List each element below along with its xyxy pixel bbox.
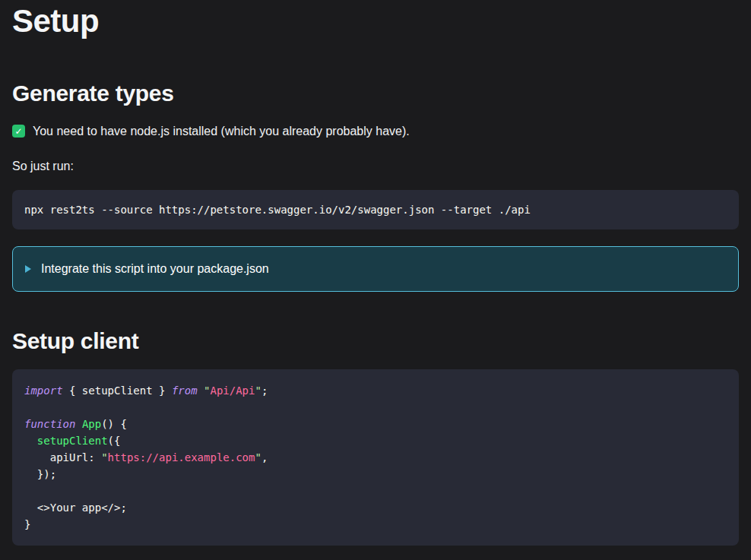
client-setup-code: import { setupClient } from "Api/Api"; f… xyxy=(24,382,727,533)
client-code-block: import { setupClient } from "Api/Api"; f… xyxy=(12,369,739,546)
node-requirement-note: ✓ You need to have node.js installed (wh… xyxy=(12,122,739,141)
chevron-right-icon xyxy=(25,265,31,273)
npx-command: npx rest2ts --source https://petstore.sw… xyxy=(24,204,531,216)
heading-setup-client: Setup client xyxy=(12,327,739,356)
page-title: Setup xyxy=(12,2,739,42)
section-setup-client: Setup client import { setupClient } from… xyxy=(12,327,739,546)
check-mark-emoji-icon: ✓ xyxy=(12,125,25,138)
section-generate-types: Generate types ✓ You need to have node.j… xyxy=(12,79,739,293)
run-instruction: So just run: xyxy=(12,158,739,175)
details-summary[interactable]: Integrate this script into your package.… xyxy=(25,259,726,279)
package-json-details[interactable]: Integrate this script into your package.… xyxy=(12,246,739,292)
doc-content: Setup Generate types ✓ You need to have … xyxy=(0,2,751,546)
node-requirement-text: You need to have node.js installed (whic… xyxy=(33,122,410,141)
command-code: npx rest2ts --source https://petstore.sw… xyxy=(24,201,727,218)
details-summary-label: Integrate this script into your package.… xyxy=(41,259,269,279)
heading-generate-types: Generate types xyxy=(12,79,739,108)
command-code-block: npx rest2ts --source https://petstore.sw… xyxy=(12,190,739,229)
